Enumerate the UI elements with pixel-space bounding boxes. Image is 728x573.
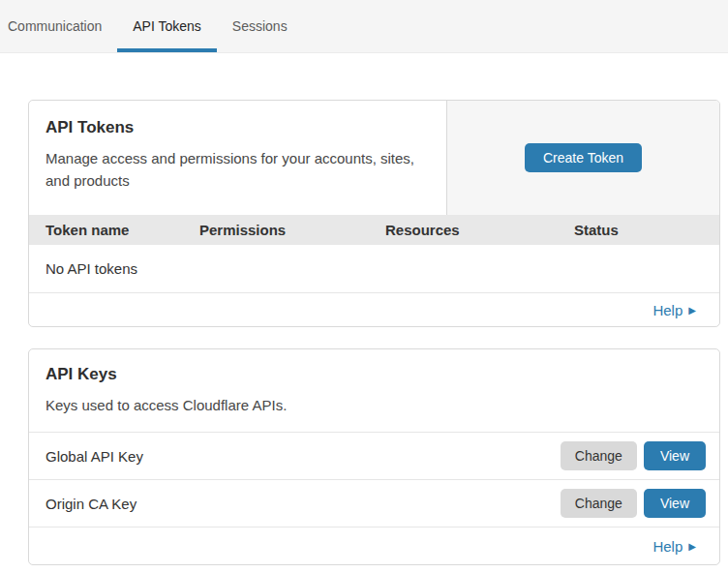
key-row-origin-ca-key: Origin CA Key Change View [29,480,719,528]
key-actions-global-api-key: Change View [561,441,706,470]
tab-bar: Communication API Tokens Sessions [0,0,728,53]
column-header-permissions: Permissions [199,222,385,238]
api-keys-help-link[interactable]: Help ▶ [652,538,696,555]
api-keys-description: Keys used to access Cloudflare APIs. [46,394,703,416]
page-content: API Tokens Manage access and permissions… [0,53,728,565]
tab-api-tokens[interactable]: API Tokens [117,0,217,52]
change-global-api-key-button[interactable]: Change [561,441,637,470]
help-arrow-icon: ▶ [688,541,696,552]
api-tokens-help-row: Help ▶ [29,293,719,326]
key-label-origin-ca-key: Origin CA Key [46,496,136,512]
help-arrow-icon: ▶ [688,305,696,316]
api-keys-title: API Keys [46,365,703,384]
column-header-token-name: Token name [46,222,199,238]
api-tokens-card-header: API Tokens Manage access and permissions… [29,101,719,215]
api-tokens-card-header-text: API Tokens Manage access and permissions… [29,101,446,215]
key-label-global-api-key: Global API Key [46,448,143,465]
api-keys-card: API Keys Keys used to access Cloudflare … [28,348,720,565]
api-tokens-card-action-panel: Create Token [446,101,719,215]
tab-communication[interactable]: Communication [0,0,117,52]
token-table-header: Token name Permissions Resources Status [29,215,719,245]
api-tokens-help-link[interactable]: Help ▶ [652,302,696,318]
column-header-resources: Resources [385,222,574,238]
api-tokens-card: API Tokens Manage access and permissions… [28,100,720,327]
tab-sessions[interactable]: Sessions [217,0,303,52]
create-token-button[interactable]: Create Token [525,143,642,172]
api-tokens-description: Manage access and permissions for your a… [46,147,427,192]
help-link-label: Help [652,302,682,318]
empty-state-message: No API tokens [46,260,137,277]
api-keys-card-header: API Keys Keys used to access Cloudflare … [29,349,719,433]
api-keys-help-row: Help ▶ [29,528,719,564]
token-table-empty-row: No API tokens [29,245,719,293]
column-header-status: Status [574,222,719,238]
change-origin-ca-key-button[interactable]: Change [561,489,637,518]
key-actions-origin-ca-key: Change View [561,489,706,518]
help-link-label: Help [652,538,682,555]
view-origin-ca-key-button[interactable]: View [644,489,706,518]
api-tokens-title: API Tokens [46,118,427,137]
key-row-global-api-key: Global API Key Change View [29,433,719,480]
view-global-api-key-button[interactable]: View [644,441,706,470]
